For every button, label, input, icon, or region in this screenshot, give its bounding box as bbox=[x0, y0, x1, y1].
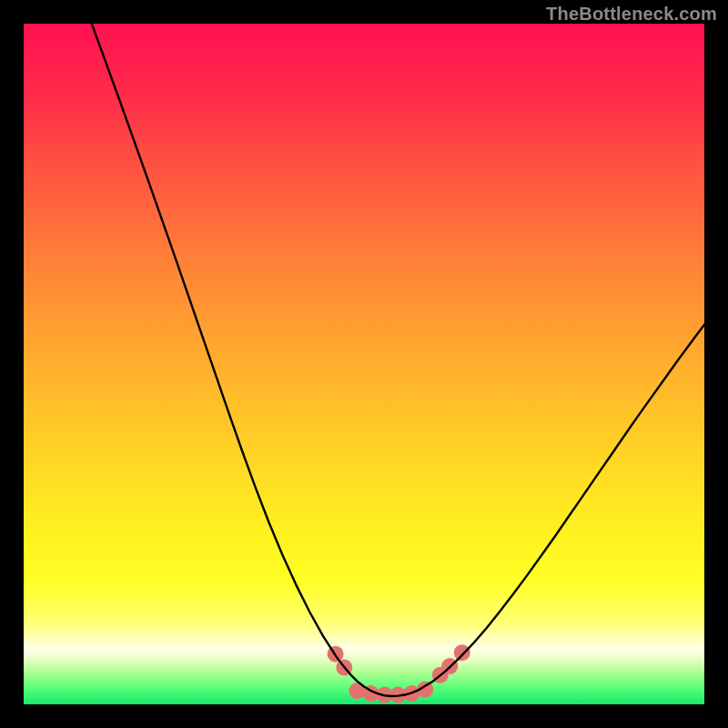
highlight-dot bbox=[454, 644, 470, 661]
curve-layer bbox=[24, 24, 704, 704]
plot-area bbox=[24, 24, 704, 704]
bottleneck-curve bbox=[92, 24, 704, 696]
chart-frame: TheBottleneck.com bbox=[0, 0, 728, 728]
watermark-text: TheBottleneck.com bbox=[546, 4, 717, 25]
